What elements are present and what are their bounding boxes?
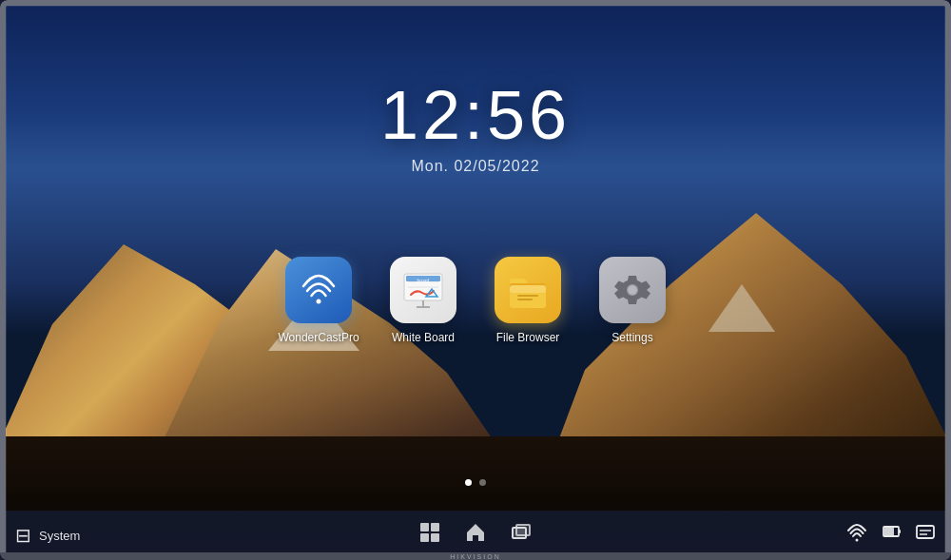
taskbar-right: [846, 523, 936, 549]
svg-point-0: [317, 299, 321, 304]
clock-time: 12:56: [380, 76, 571, 154]
taskbar-grid-icon[interactable]: [418, 521, 441, 550]
page-dots: [465, 479, 486, 486]
taskbar-center: [418, 521, 533, 550]
app-wondercastpro[interactable]: WonderCastPro: [276, 257, 361, 346]
clock-area: 12:56 Mon. 02/05/2022: [380, 76, 571, 175]
svg-point-22: [856, 538, 859, 541]
app-settings[interactable]: Settings: [590, 257, 675, 346]
system-monitor-icon: ⊟: [15, 524, 31, 547]
taskbar-home-icon[interactable]: [464, 521, 487, 550]
taskbar-left: ⊟ System: [15, 524, 80, 547]
brand-bar: HIKVISION: [0, 552, 951, 560]
svg-rect-17: [431, 523, 439, 531]
app-grid: WonderCastPro board: [276, 257, 675, 346]
wondercastpro-icon[interactable]: [285, 257, 352, 323]
clock-date: Mon. 02/05/2022: [380, 158, 571, 175]
svg-rect-26: [917, 526, 934, 538]
svg-rect-16: [420, 523, 429, 531]
whiteboard-svg: board: [399, 266, 447, 314]
taskbar-windows-icon[interactable]: [510, 521, 533, 550]
screen: 12:56 Mon. 02/05/2022 WonderCastPro: [0, 0, 951, 560]
brand-text: HIKVISION: [450, 553, 500, 560]
filebrowser-icon[interactable]: [495, 257, 561, 323]
page-dot-2[interactable]: [479, 479, 486, 486]
app-filebrowser[interactable]: File Browser: [485, 257, 571, 346]
svg-rect-11: [510, 285, 546, 293]
whiteboard-icon[interactable]: board: [390, 257, 456, 323]
svg-text:board: board: [417, 278, 430, 283]
system-label: System: [39, 529, 80, 543]
svg-rect-18: [420, 533, 429, 542]
settings-icon[interactable]: [599, 257, 666, 323]
taskbar-usb-icon[interactable]: [881, 523, 902, 549]
taskbar-wifi-icon[interactable]: [846, 523, 867, 549]
svg-rect-19: [431, 533, 439, 542]
svg-rect-24: [884, 528, 894, 535]
svg-point-15: [629, 286, 637, 295]
svg-rect-25: [899, 530, 901, 533]
svg-rect-13: [517, 299, 533, 300]
folder-svg: [506, 268, 550, 312]
svg-rect-12: [517, 295, 538, 297]
wifi-svg: [298, 269, 340, 311]
taskbar-message-icon[interactable]: [915, 523, 936, 549]
whiteboard-label: White Board: [392, 331, 455, 346]
page-dot-1[interactable]: [465, 479, 472, 486]
app-whiteboard[interactable]: board White Board: [380, 257, 466, 346]
settings-label: Settings: [611, 331, 652, 346]
filebrowser-label: File Browser: [496, 331, 560, 346]
svg-rect-21: [516, 525, 530, 535]
gear-svg: [611, 268, 654, 312]
wondercastpro-label: WonderCastPro: [278, 331, 359, 346]
